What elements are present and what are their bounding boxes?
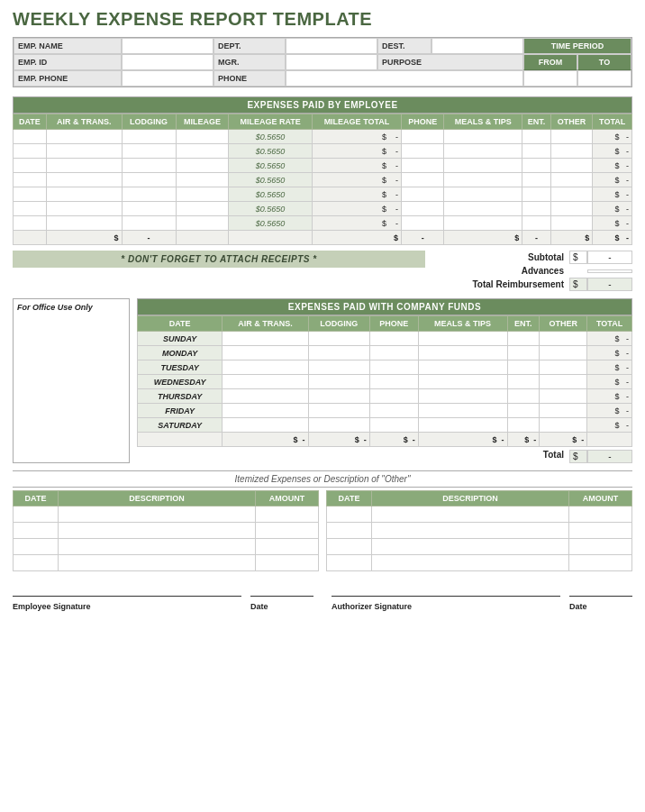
mgr-value[interactable] [286,54,377,70]
itemized-left-row1-col0[interactable] [14,523,59,539]
emp-row4-col4[interactable]: $0.5650 [229,187,312,202]
authorizer-date-underline[interactable] [569,580,632,597]
cf-row0-col1[interactable] [223,332,308,346]
itemized-right-row0-col1[interactable] [372,506,569,523]
emp-row5-col4[interactable]: $0.5650 [229,202,312,216]
dept-value[interactable] [286,38,377,54]
emp-row4-col8[interactable] [522,187,550,202]
cf-row1-col2[interactable] [308,346,369,360]
itemized-left-row3-col0[interactable] [14,555,59,571]
emp-row4-col10[interactable]: $ - [593,187,632,202]
emp-row1-col2[interactable] [122,144,176,159]
emp-row3-col0[interactable] [14,173,47,187]
cf-row3-col6[interactable] [540,375,587,389]
itemized-left-row0-col0[interactable] [14,506,59,523]
emp-row1-col9[interactable] [550,144,593,159]
emp-phone-value[interactable] [122,70,213,87]
emp-row6-col10[interactable]: $ - [593,216,632,231]
cf-row6-col6[interactable] [540,418,587,433]
itemized-right-row1-col0[interactable] [327,523,372,539]
cf-row5-col5[interactable] [507,404,540,418]
cf-row0-col5[interactable] [507,332,540,346]
emp-row0-col10[interactable]: $ - [593,130,632,144]
emp-row2-col1[interactable] [46,159,122,173]
emp-row0-col7[interactable] [444,130,522,144]
authorizer-sig-underline[interactable] [332,580,560,597]
emp-id-value[interactable] [122,54,213,70]
emp-row6-col3[interactable] [176,216,229,231]
emp-row5-col8[interactable] [522,202,550,216]
emp-row4-col1[interactable] [46,187,122,202]
emp-row4-col6[interactable] [402,187,444,202]
emp-row4-col5[interactable]: $ - [312,187,401,202]
cf-row2-col1[interactable] [223,360,308,375]
emp-row5-col1[interactable] [46,202,122,216]
cf-row2-col4[interactable] [418,360,507,375]
advances-value[interactable] [587,269,632,273]
cf-row2-col2[interactable] [308,360,369,375]
cf-row5-col6[interactable] [540,404,587,418]
emp-row6-col2[interactable] [122,216,176,231]
emp-row0-col5[interactable]: $ - [312,130,401,144]
time-period-input[interactable] [523,70,631,87]
emp-row1-col7[interactable] [444,144,522,159]
purpose-value[interactable] [286,70,523,87]
emp-row6-col6[interactable] [402,216,444,231]
itemized-left-row2-col1[interactable] [59,539,256,555]
cf-row6-col1[interactable] [223,418,308,433]
emp-row5-col9[interactable] [550,202,593,216]
emp-row3-col5[interactable]: $ - [312,173,401,187]
itemized-right-row2-col2[interactable] [569,539,632,555]
cf-row0-col3[interactable] [369,332,418,346]
itemized-left-row3-col1[interactable] [59,555,256,571]
emp-row2-col5[interactable]: $ - [312,159,401,173]
emp-row3-col8[interactable] [522,173,550,187]
emp-row5-col6[interactable] [402,202,444,216]
emp-row3-col10[interactable]: $ - [593,173,632,187]
itemized-left-row2-col2[interactable] [256,539,319,555]
dest-value[interactable] [432,38,523,54]
emp-row2-col7[interactable] [444,159,522,173]
cf-row4-col3[interactable] [369,389,418,404]
cf-row4-col4[interactable] [418,389,507,404]
cf-row2-col3[interactable] [369,360,418,375]
emp-row4-col9[interactable] [550,187,593,202]
emp-row3-col2[interactable] [122,173,176,187]
cf-row0-col4[interactable] [418,332,507,346]
emp-row1-col0[interactable] [14,144,47,159]
employee-date-underline[interactable] [250,580,313,597]
cf-row4-col5[interactable] [507,389,540,404]
cf-row1-col3[interactable] [369,346,418,360]
emp-row6-col4[interactable]: $0.5650 [229,216,312,231]
cf-row6-col2[interactable] [308,418,369,433]
emp-row1-col3[interactable] [176,144,229,159]
cf-row6-col5[interactable] [507,418,540,433]
emp-row2-col0[interactable] [14,159,47,173]
emp-row3-col1[interactable] [46,173,122,187]
itemized-right-row1-col2[interactable] [569,523,632,539]
emp-row5-col0[interactable] [14,202,47,216]
itemized-right-row0-col2[interactable] [569,506,632,523]
emp-row6-col5[interactable]: $ - [312,216,401,231]
itemized-left-row1-col1[interactable] [59,523,256,539]
total-reimb-value[interactable]: - [587,278,632,291]
emp-row1-col5[interactable]: $ - [312,144,401,159]
cf-row1-col5[interactable] [507,346,540,360]
cf-row4-col6[interactable] [540,389,587,404]
cf-row1-col4[interactable] [418,346,507,360]
emp-row5-col5[interactable]: $ - [312,202,401,216]
itemized-left-row0-col1[interactable] [59,506,256,523]
cf-row3-col3[interactable] [369,375,418,389]
emp-row0-col4[interactable]: $0.5650 [229,130,312,144]
emp-row3-col6[interactable] [402,173,444,187]
emp-row3-col4[interactable]: $0.5650 [229,173,312,187]
itemized-left-row3-col2[interactable] [256,555,319,571]
emp-row5-col7[interactable] [444,202,522,216]
emp-row1-col8[interactable] [522,144,550,159]
cf-row2-col5[interactable] [507,360,540,375]
emp-row2-col6[interactable] [402,159,444,173]
cf-row6-col4[interactable] [418,418,507,433]
emp-row5-col3[interactable] [176,202,229,216]
emp-row6-col0[interactable] [14,216,47,231]
cf-row0-col2[interactable] [308,332,369,346]
